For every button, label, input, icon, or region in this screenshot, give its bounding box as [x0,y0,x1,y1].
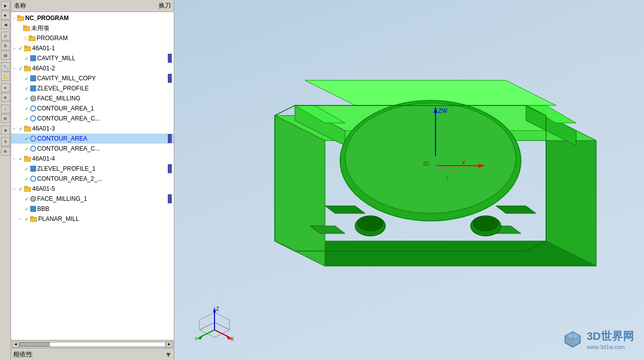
tree-container[interactable]: NC_PROGRAM 未用项 ⚠ [11,12,174,340]
tree-item-contour-area-1[interactable]: CONTOUR_AREA_1 [11,103,174,113]
svg-marker-50 [214,312,230,330]
toolbar-btn-6[interactable]: ▤ [1,51,10,60]
toolbar-btn-11[interactable]: ↕ [1,104,10,113]
axis-indicator: Z X Y [194,305,235,345]
scrollbar-thumb[interactable] [20,342,50,346]
check-contour-area [23,135,30,142]
tree-item-bbb[interactable]: BBB [11,204,174,214]
scrollbar-track[interactable] [19,342,166,347]
check-46a01-2 [17,65,24,72]
svg-rect-13 [24,156,27,158]
tree-item-program[interactable]: ⚠ PROGRAM [11,33,174,43]
svg-rect-15 [24,186,27,188]
nc-program-label: NC_PROGRAM [24,15,172,22]
svg-text:ZW: ZW [438,107,448,114]
svg-point-27 [345,103,516,213]
watermark-cube-icon [563,329,583,349]
toolbar-btn-8[interactable]: 📐 [1,72,10,81]
tree-item-face-milling[interactable]: ⚙ FACE_MILLING [11,93,174,103]
svg-point-36 [358,216,383,231]
toolbar-btn-4[interactable]: ↺ [1,32,10,41]
folder-icon-46a01-5 [24,186,31,192]
svg-text:Z: Z [216,306,219,312]
tree-item-46a01-4[interactable]: 46A01-4 [11,154,174,164]
tree-item-46a01-3[interactable]: 46A01-3 [11,124,174,134]
tree-item-contour-area-c1[interactable]: CONTOUR_AREA_C... [11,113,174,124]
tree-item-unused[interactable]: 未用项 [11,23,174,33]
expand-46a01-5[interactable] [11,186,17,192]
toolbar-btn-12[interactable]: ⊞ [1,114,10,123]
tree-root: NC_PROGRAM 未用项 ⚠ [11,12,174,225]
tree-item-planar-mill[interactable]: PLANAR_MILL [11,214,174,224]
watermark-text: 3D世界网 www.3d1w.com [587,329,634,350]
tree-item-cavity-mill[interactable]: CAVITY_MILL [11,53,174,63]
toolbar-btn-7[interactable]: 🔧 [1,62,10,71]
svg-marker-21 [275,115,325,266]
tree-item-46a01-1[interactable]: 46A01-1 [11,43,174,53]
tree-item-nc-program[interactable]: NC_PROGRAM [11,13,174,23]
badge-face-milling-1 [168,194,172,203]
tree-item-cavity-mill-copy[interactable]: CAVITY_MILL_COPY [11,73,174,83]
46a01-1-label: 46A01-1 [31,45,172,52]
folder-icon-46a01-1 [24,45,31,51]
toolbar-btn-10[interactable]: ⊕ [1,93,10,102]
check-face-milling [23,95,30,102]
svg-rect-3 [23,26,26,27]
tree-item-contour-area-2[interactable]: CONTOUR_AREA_2_... [11,174,174,184]
toolbar-btn-15[interactable]: ⊗ [1,147,10,156]
expand-46a01-3[interactable] [11,126,17,132]
folder-icon-46a01-2 [24,65,31,71]
folder-icon-program [29,35,36,41]
bottom-panel: 相依性 ▼ [11,348,174,360]
check-contour-area-c2 [23,145,30,152]
tree-item-46a01-2[interactable]: 46A01-2 [11,63,174,73]
check-zlevel-profile-1 [23,165,30,172]
check-contour-area-1 [23,105,30,112]
col-name: 名称 [13,1,91,11]
op-icon-contour-area-2 [30,176,36,182]
svg-marker-58 [197,335,203,339]
svg-rect-9 [24,66,27,67]
expand-planar-mill[interactable] [17,216,23,222]
check-contour-area-2 [23,175,30,182]
viewport[interactable]: ZW X Y ZC Z X Y [174,0,644,360]
bottom-expand-arrow[interactable]: ▼ [165,350,172,358]
contour-area-2-label: CONTOUR_AREA_2_... [36,175,172,182]
svg-text:Y: Y [194,336,198,342]
scroll-left[interactable]: ◄ [12,341,19,347]
toolbar-btn-13[interactable]: ◈ [1,126,10,135]
expand-46a01-1[interactable] [11,45,17,51]
op-icon-cavity-mill [30,55,36,61]
tree-item-face-milling-1[interactable]: ⚙ FACE_MILLING_1 [11,194,174,204]
expand-46a01-4[interactable] [11,156,17,162]
zlevel-profile-1-label: ZLEVEL_PROFILE_1 [36,165,167,172]
contour-area-1-label: CONTOUR_AREA_1 [36,105,172,112]
toolbar-btn-9[interactable]: ✦ [1,83,10,92]
tree-item-contour-area[interactable]: CONTOUR_AREA [11,134,174,144]
toolbar-btn-14[interactable]: 🖱 [1,137,10,146]
tree-item-contour-area-c2[interactable]: CONTOUR_AREA_C... [11,144,174,154]
col-tool: 换刀 [93,1,172,11]
badge-contour-area [168,134,172,143]
op-icon-bbb [30,206,36,212]
toolbar-btn-1[interactable]: ▶ [1,1,10,10]
horizontal-scrollbar[interactable]: ◄ ► [11,340,174,348]
op-icon-face-milling: ⚙ [30,95,36,101]
expand-nc-program[interactable] [11,15,17,21]
toolbar-btn-2[interactable]: ■ [1,11,10,20]
check-face-milling-1 [23,195,30,202]
toolbar-btn-3[interactable]: ◀ [1,20,10,29]
op-icon-contour-area-c2 [30,146,36,152]
svg-text:Y: Y [446,175,450,181]
46a01-4-label: 46A01-4 [31,155,172,162]
folder-icon-unused [23,25,30,31]
scroll-right[interactable]: ► [166,341,173,347]
tree-item-zlevel-profile-1[interactable]: ZLEVEL_PROFILE_1 [11,164,174,174]
46a01-5-label: 46A01-5 [31,185,172,192]
46a01-2-label: 46A01-2 [31,65,172,72]
folder-icon-nc-program [17,15,24,21]
expand-46a01-2[interactable] [11,65,17,71]
tree-item-46a01-5[interactable]: 46A01-5 [11,184,174,194]
tree-item-zlevel-profile[interactable]: ZLEVEL_PROFILE [11,83,174,93]
toolbar-btn-5[interactable]: ⚙ [1,41,10,50]
